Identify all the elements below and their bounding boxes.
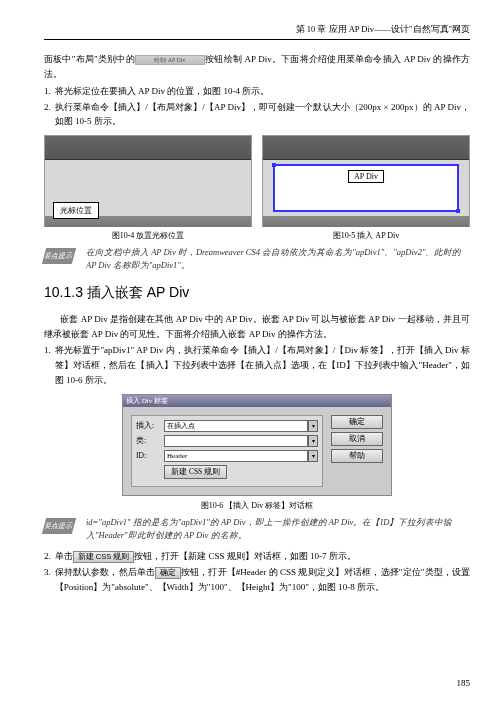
- list-2: 1.将光标置于"apDiv1" AP Div 内，执行菜单命令【插入】/【布局对…: [44, 343, 470, 388]
- list-1: 1.将光标定位在要插入 AP Div 的位置，如图 10-4 所示。 2.执行菜…: [44, 84, 470, 130]
- apdiv-label: AP Div: [348, 170, 384, 183]
- page-header: 第 10 章 应用 AP Div——设计"自然写真"网页: [44, 24, 470, 36]
- list-3: 2.单击新建 CSS 规则按钮，打开【新建 CSS 规则】对话框，如图 10-7…: [44, 549, 470, 595]
- tip-icon: 要点提示: [44, 246, 82, 268]
- dropdown-icon[interactable]: ▾: [308, 420, 318, 432]
- figures-row-1: 光标位置 图10-4 放置光标位置 AP Div 图10-5 插入 AP Div: [44, 135, 470, 241]
- cursor-label: 光标位置: [53, 202, 99, 219]
- class-field[interactable]: [164, 435, 308, 447]
- figure-10-4: 光标位置: [44, 135, 252, 227]
- new-css-button[interactable]: 新建 CSS 规则: [164, 465, 227, 479]
- id-field[interactable]: Header: [164, 450, 308, 462]
- dropdown-icon[interactable]: ▾: [308, 435, 318, 447]
- fig-caption-3: 图10-6 【插入 Div 标签】对话框: [44, 500, 470, 511]
- header-rule: [44, 39, 470, 40]
- insert-div-dialog: 插入 Div 标签 插入:在插入点▾ 类:▾ ID:Header▾ 新建 CSS…: [122, 394, 392, 496]
- intro-para: 面板中"布局"类别中的绘制 AP Div按钮绘制 AP Div。下面将介绍使用菜…: [44, 52, 470, 82]
- list1-item1: 将光标定位在要插入 AP Div 的位置，如图 10-4 所示。: [55, 84, 470, 99]
- tip-1-text: 在向文档中插入 AP Div 时，Dreamweaver CS4 会自动依次为其…: [86, 246, 470, 272]
- tip-icon: 要点提示: [44, 516, 82, 538]
- list3-item3: 保持默认参数，然后单击确定按钮，打开【#Header 的 CSS 规则定义】对话…: [55, 565, 470, 595]
- para-2: 嵌套 AP Div 是指创建在其他 AP Div 中的 AP Div。嵌套 AP…: [44, 312, 470, 342]
- list2-item1: 将光标置于"apDiv1" AP Div 内，执行菜单命令【插入】/【布局对象】…: [55, 343, 470, 388]
- list3-item2: 单击新建 CSS 规则按钮，打开【新建 CSS 规则】对话框，如图 10-7 所…: [55, 549, 470, 564]
- page-number: 185: [457, 678, 471, 688]
- tip-2: 要点提示 id="apDiv1" 指的是名为"apDiv1"的 AP Div，即…: [44, 516, 470, 542]
- cancel-button[interactable]: 取消: [331, 432, 383, 446]
- fig-caption-1: 图10-4 放置光标位置: [44, 230, 252, 241]
- list1-item2: 执行菜单命令【插入】/【布局对象】/【AP Div】，即可创建一个默认大小（20…: [55, 100, 470, 130]
- ok-button[interactable]: 确定: [331, 415, 383, 429]
- dialog-title: 插入 Div 标签: [123, 395, 391, 407]
- figure-10-5: AP Div: [262, 135, 470, 227]
- ok-inline-btn: 确定: [155, 567, 181, 579]
- section-heading: 10.1.3 插入嵌套 AP Div: [44, 284, 470, 302]
- fig-caption-2: 图10-5 插入 AP Div: [262, 230, 470, 241]
- tip-1: 要点提示 在向文档中插入 AP Div 时，Dreamweaver CS4 会自…: [44, 246, 470, 272]
- dropdown-icon[interactable]: ▾: [308, 450, 318, 462]
- insert-field[interactable]: 在插入点: [164, 420, 308, 432]
- new-css-inline-btn: 新建 CSS 规则: [73, 551, 135, 563]
- draw-apdiv-btn-img: 绘制 AP Div: [135, 55, 205, 65]
- help-button[interactable]: 帮助: [331, 449, 383, 463]
- tip-2-text: id="apDiv1" 指的是名为"apDiv1"的 AP Div，即上一操作创…: [86, 516, 470, 542]
